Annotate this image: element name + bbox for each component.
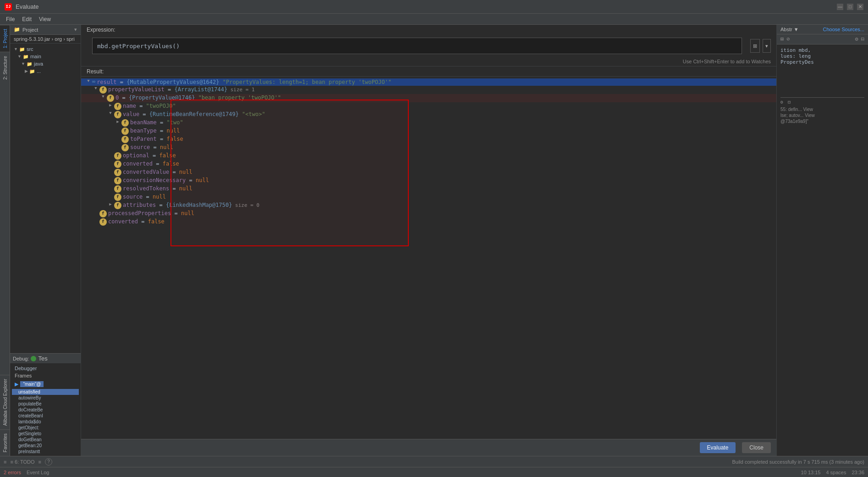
name-toggle[interactable]: [107, 103, 114, 108]
tree-item-other[interactable]: ▶ 📁 ...: [10, 67, 81, 75]
gear-watches-icon[interactable]: ⚙: [855, 36, 858, 43]
choose-sources-btn[interactable]: Choose Sources...: [823, 27, 865, 32]
tree-node-convertedvalue[interactable]: f convertedValue = null: [81, 168, 776, 177]
tree-node-processedprops[interactable]: f processedProperties = null: [81, 210, 776, 218]
title-bar: IJ Evaluate — □ ✕: [0, 0, 868, 14]
close-button-action[interactable]: Close: [742, 442, 771, 453]
stack-item-2[interactable]: doCreateBe: [12, 407, 79, 413]
debug-content: Debugger Frames ▶ "main"@ unsatisfied au…: [10, 363, 81, 456]
help-icon[interactable]: ?: [45, 458, 52, 466]
tree-node-0[interactable]: f 0 = {PropertyValue@1746} "bean propert…: [81, 94, 776, 102]
dropdown-button[interactable]: ▾: [763, 39, 771, 53]
tree-item-main[interactable]: ▼ 📁 main: [10, 53, 81, 60]
rp-definition: ition mbd,: [780, 47, 864, 53]
project-label: Project: [22, 27, 38, 33]
menu-edit[interactable]: Edit: [18, 15, 35, 23]
tree-node-converted-root[interactable]: f converted = false: [81, 218, 776, 226]
expression-input[interactable]: mbd.getPropertyValues(): [92, 38, 742, 54]
stack-item-8[interactable]: getBean:20: [12, 443, 79, 449]
tree-node-value[interactable]: f value = {RuntimeBeanReference@1749} "<…: [81, 111, 776, 119]
stack-unsatisfied[interactable]: unsatisfied: [12, 389, 79, 395]
tree-node-resolvedtokens[interactable]: f resolvedTokens = null: [81, 185, 776, 193]
name-text: name = "twoPOJO": [123, 103, 176, 109]
root-toggle[interactable]: [85, 79, 92, 83]
vertical-tab-alibaba[interactable]: Alibaba Cloud Explorer: [0, 375, 10, 429]
tree-node-source-inner[interactable]: f source = null: [81, 144, 776, 152]
stack-item-6[interactable]: getSingleto: [12, 431, 79, 437]
debug-test-label: Tes: [38, 355, 47, 362]
maximize-button[interactable]: □: [847, 4, 853, 10]
stack-item-5[interactable]: getObject:: [12, 425, 79, 431]
other-label: ...: [37, 68, 41, 74]
tree-node-root[interactable]: ∞ result = {MutablePropertyValues@1642} …: [81, 78, 776, 86]
hint-text: Use Ctrl+Shift+Enter to add to Watches: [87, 59, 771, 64]
filter-icon[interactable]: ⊘: [786, 36, 790, 43]
layout-icon[interactable]: ⊞: [780, 36, 784, 43]
panels-icon[interactable]: ⊟: [861, 36, 864, 43]
convertedvalue-icon: f: [114, 169, 121, 176]
beanname-text: beanName = "two": [130, 119, 183, 126]
attributes-toggle[interactable]: [107, 202, 114, 207]
stack-item-7[interactable]: doGetBean: [12, 437, 79, 443]
stack-main-thread[interactable]: "main"@: [20, 381, 44, 387]
source-inner-text: source = null: [130, 144, 173, 150]
tree-node-optional[interactable]: f optional = false: [81, 152, 776, 160]
menu-view[interactable]: View: [35, 15, 55, 23]
beanname-toggle[interactable]: [114, 119, 121, 124]
stack-item-3[interactable]: createBeanI: [12, 413, 79, 419]
vertical-tab-project[interactable]: 1: Project: [0, 25, 10, 52]
converted-inner-icon: f: [114, 161, 121, 168]
evaluate-button[interactable]: Evaluate: [700, 442, 736, 453]
tree-node-source-outer[interactable]: f source = null: [81, 193, 776, 201]
minimize-button[interactable]: —: [837, 4, 843, 10]
todo-label[interactable]: ≡ 6: TODO: [10, 459, 34, 465]
folder-icon: 📁: [14, 27, 20, 33]
converted-root-text: converted = false: [108, 218, 165, 225]
debug-header: Debug: Tes: [10, 354, 81, 363]
vertical-tab-structure[interactable]: 2: Structure: [0, 52, 10, 83]
toparent-text: toParent = false: [130, 136, 183, 142]
tree-item-java[interactable]: ▼ 📁 java: [10, 60, 81, 67]
tree-node-name[interactable]: f name = "twoPOJO": [81, 102, 776, 111]
rp-item-0: 55: defin... View: [780, 107, 864, 112]
src-folder-icon: 📁: [19, 47, 25, 52]
tree-node-beantype[interactable]: f beanType = null: [81, 127, 776, 135]
value-toggle[interactable]: [107, 111, 114, 116]
stack-item-9[interactable]: preInstantt: [12, 449, 79, 455]
tree-node-beanname[interactable]: f beanName = "two": [81, 119, 776, 127]
conversionnecessary-text: conversionNecessary = null: [123, 177, 209, 183]
stack-item-1[interactable]: populateBe: [12, 401, 79, 407]
expand-button[interactable]: ⊞: [750, 39, 760, 53]
right-tab-label[interactable]: Abstr ▼: [780, 27, 799, 32]
pvl-toggle[interactable]: [92, 86, 99, 91]
source-outer-icon: f: [114, 194, 121, 201]
status-errors: 2 errors: [4, 470, 21, 475]
stack-item-4[interactable]: lambda$do: [12, 419, 79, 425]
root-text: result = {MutablePropertyValues@1642} "P…: [97, 79, 391, 85]
project-chevron[interactable]: ▾: [74, 27, 77, 33]
result-section-header: Result:: [81, 67, 776, 77]
tree-node-attributes[interactable]: f attributes = {LinkedHashMap@1750} size…: [81, 201, 776, 210]
tree-node-pvl[interactable]: f propertyValueList = {ArrayList@1744} s…: [81, 86, 776, 94]
left-sidebar: 📁 Project ▾ spring-5.3.10.jar › org › sp…: [10, 25, 81, 456]
pv-toggle[interactable]: [99, 94, 107, 99]
run-icon: ▶: [15, 380, 18, 388]
pv-text: 0 = {PropertyValue@1746} "bean property …: [115, 94, 281, 101]
menu-file[interactable]: File: [2, 15, 18, 23]
debugger-button[interactable]: Debugger: [12, 365, 79, 372]
rp-item-1: lse; autov... View: [780, 113, 864, 118]
vertical-tab-favorites[interactable]: Favorites: [0, 429, 10, 456]
bottom-bar: ≡ ≡ 6: TODO ≡ ? Build completed successf…: [0, 456, 868, 467]
tree-node-converted-inner[interactable]: f converted = false: [81, 160, 776, 168]
terminal-icon[interactable]: ≡: [38, 459, 41, 465]
left-vertical-tabs: 1: Project 2: Structure Alibaba Cloud Ex…: [0, 25, 10, 456]
status-spaces: 4 spaces: [826, 470, 846, 475]
tree-node-toparent[interactable]: f toParent = false: [81, 135, 776, 144]
event-log-btn[interactable]: Event Log: [27, 470, 49, 475]
stack-item-0[interactable]: autowireBy: [12, 395, 79, 401]
tree-item-src[interactable]: ▼ 📁 src: [10, 45, 81, 53]
title-bar-controls: — □ ✕: [837, 4, 863, 10]
todo-icon[interactable]: ≡: [4, 459, 6, 465]
tree-node-conversionnecessary[interactable]: f conversionNecessary = null: [81, 177, 776, 185]
close-button[interactable]: ✕: [857, 4, 863, 10]
